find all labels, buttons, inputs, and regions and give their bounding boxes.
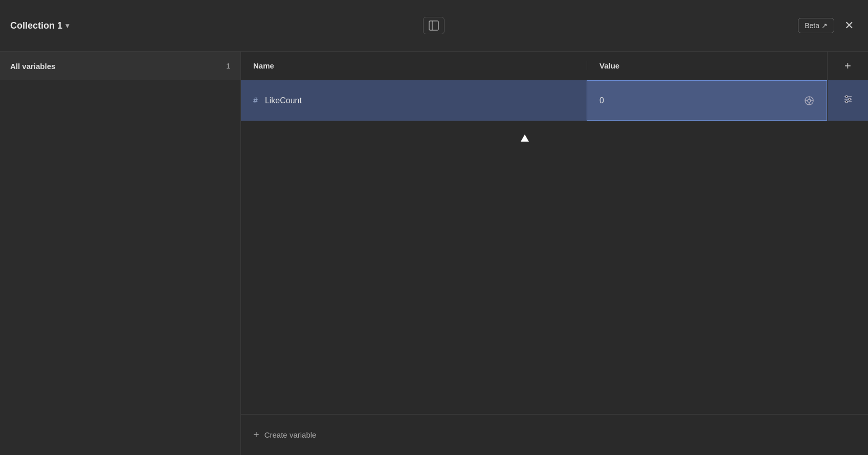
close-button[interactable]: ✕ — [840, 17, 858, 34]
variable-name: LikeCount — [265, 96, 302, 105]
create-variable-label: Create variable — [264, 430, 317, 439]
add-column-button[interactable]: + — [827, 52, 868, 80]
svg-point-13 — [845, 101, 848, 103]
number-type-icon: # — [253, 96, 258, 105]
value-column-label: Value — [599, 61, 619, 70]
variable-name-cell: # LikeCount — [241, 80, 587, 121]
svg-point-11 — [845, 96, 848, 98]
name-column-label: Name — [253, 61, 274, 70]
collection-title-text: Collection 1 — [10, 20, 62, 31]
variable-actions — [804, 96, 814, 106]
variable-extra-col — [827, 80, 868, 121]
variable-list: # LikeCount 0 — [241, 80, 868, 414]
svg-point-12 — [849, 98, 851, 100]
add-icon: + — [844, 59, 851, 72]
scope-icon[interactable] — [804, 96, 814, 106]
variables-count: 1 — [226, 62, 230, 70]
toggle-sidebar-icon — [429, 20, 439, 31]
all-variables-label: All variables — [10, 62, 55, 71]
main-layout: All variables 1 Name Value + — [0, 52, 868, 455]
sliders-icon[interactable] — [843, 94, 853, 107]
app-container: Collection 1 ▾ Beta ↗ ✕ — [0, 0, 868, 455]
toggle-sidebar-button[interactable] — [423, 17, 444, 34]
content-footer: + Create variable — [241, 414, 868, 455]
create-variable-button[interactable]: + Create variable — [253, 429, 316, 441]
name-column-header: Name — [241, 61, 587, 70]
add-variable-button[interactable]: + — [844, 59, 851, 73]
header-right: Beta ↗ ✕ — [798, 17, 858, 34]
content-area: Name Value + # LikeCount — [241, 52, 868, 455]
external-link-icon: ↗ — [821, 21, 828, 30]
collection-title[interactable]: Collection 1 ▾ — [10, 20, 69, 31]
close-icon: ✕ — [844, 19, 854, 32]
header-left: Collection 1 ▾ — [10, 20, 69, 31]
column-headers: Name Value + — [241, 52, 868, 80]
svg-rect-0 — [429, 21, 438, 30]
chevron-down-icon: ▾ — [65, 21, 69, 30]
value-column-header: Value — [587, 61, 827, 70]
variable-value: 0 — [599, 96, 604, 105]
svg-point-3 — [808, 99, 811, 102]
variable-row[interactable]: # LikeCount 0 — [241, 80, 868, 121]
beta-label: Beta — [805, 21, 819, 30]
variable-value-cell[interactable]: 0 — [587, 80, 827, 121]
create-variable-plus-icon: + — [253, 429, 259, 441]
header: Collection 1 ▾ Beta ↗ ✕ — [0, 0, 868, 52]
beta-button[interactable]: Beta ↗ — [798, 18, 834, 33]
sidebar: All variables 1 — [0, 52, 241, 455]
header-center — [423, 17, 444, 34]
all-variables-section[interactable]: All variables 1 — [0, 52, 240, 80]
